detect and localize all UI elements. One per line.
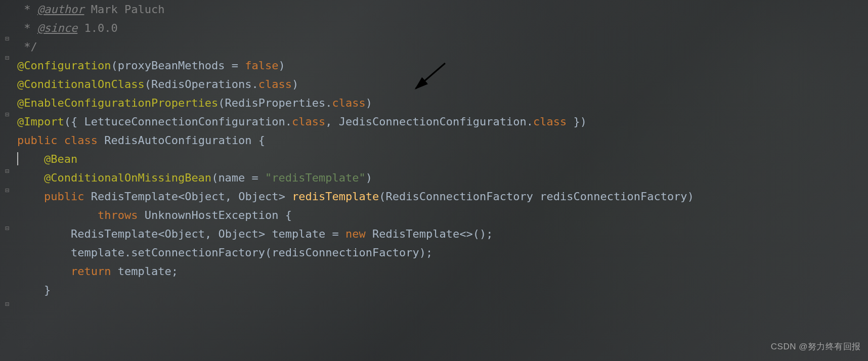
code-line[interactable]: throws UnknownHostException { [14,206,868,224]
fold-marker-icon[interactable]: ⊟ [4,301,10,307]
code-line[interactable]: @EnableConfigurationProperties(RedisProp… [14,94,868,112]
code-line[interactable]: @ConditionalOnMissingBean(name = "redisT… [14,168,868,187]
fold-gutter: ⊟ ⊟ ⊟ ⊟ ⊟ ⊟ ⊟ [0,0,14,299]
code-line[interactable]: * @since 1.0.0 [14,19,868,37]
fold-marker-icon[interactable]: ⊟ [4,35,10,41]
code-line[interactable]: * @author Mark Paluch [14,0,868,19]
code-line[interactable]: @ConditionalOnClass(RedisOperations.clas… [14,75,868,94]
fold-marker-icon[interactable]: ⊟ [4,225,10,231]
fold-marker-icon[interactable]: ⊟ [4,55,10,61]
code-line[interactable]: */ [14,37,868,56]
fold-marker-icon[interactable]: ⊟ [4,111,10,117]
fold-marker-icon[interactable]: ⊟ [4,187,10,193]
code-line[interactable]: @Bean [14,150,868,168]
fold-marker-icon[interactable]: ⊟ [4,168,10,174]
code-line[interactable]: public RedisTemplate<Object, Object> red… [14,187,868,206]
watermark-text: CSDN @努力终有回报 [771,337,861,356]
code-line[interactable]: @Configuration(proxyBeanMethods = false) [14,56,868,75]
code-line[interactable]: public class RedisAutoConfiguration { [14,131,868,150]
code-line[interactable]: template.setConnectionFactory(redisConne… [14,243,868,262]
code-editor[interactable]: ⊟ ⊟ ⊟ ⊟ ⊟ ⊟ ⊟ * @author Mark Paluch * @s… [0,0,868,299]
code-line[interactable]: } [14,281,868,299]
code-line[interactable]: @Import({ LettuceConnectionConfiguration… [14,112,868,131]
code-line[interactable]: RedisTemplate<Object, Object> template =… [14,224,868,243]
code-line[interactable]: return template; [14,262,868,281]
